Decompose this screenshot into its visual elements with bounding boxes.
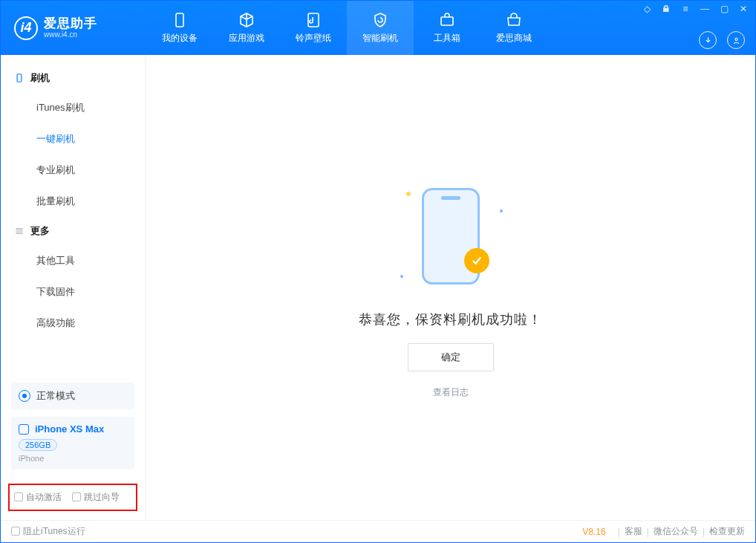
toolbox-icon: [438, 11, 456, 29]
sidebar-options: 自动激活 跳过向导: [1, 477, 145, 520]
confirm-button[interactable]: 确定: [408, 343, 494, 371]
phone-icon: [19, 424, 29, 435]
success-panel: 恭喜您，保资料刷机成功啦！ 确定 查看日志: [359, 177, 542, 399]
device-type: iPhone: [19, 454, 127, 463]
sidebar-item-pro-flash[interactable]: 专业刷机: [1, 155, 145, 186]
device-capacity: 256GB: [19, 439, 57, 451]
window-controls: ◇ 🔒︎ ≡ — ▢ ✕: [641, 4, 749, 14]
nav-store[interactable]: 爱思商城: [480, 1, 547, 55]
footer-link-support[interactable]: 客服: [625, 525, 642, 538]
sidebar-item-advanced[interactable]: 高级功能: [1, 308, 145, 339]
nav-ringtones[interactable]: 铃声壁纸: [280, 1, 347, 55]
close-button[interactable]: ✕: [737, 4, 749, 14]
lock-icon[interactable]: 🔒︎: [660, 4, 672, 14]
minimize-button[interactable]: —: [699, 4, 711, 14]
highlighted-options: 自动激活 跳过向导: [8, 484, 137, 511]
sidebar-group-flash: 刷机: [1, 64, 145, 92]
sidebar-item-batch-flash[interactable]: 批量刷机: [1, 186, 145, 217]
version-label: V8.16: [582, 527, 605, 537]
nav-flash[interactable]: 智能刷机: [347, 1, 414, 55]
maximize-button[interactable]: ▢: [718, 4, 730, 14]
user-button[interactable]: [727, 31, 745, 49]
tshirt-icon[interactable]: ◇: [641, 4, 653, 14]
svg-rect-4: [17, 74, 22, 82]
titlebar: i4 爱思助手 www.i4.cn 我的设备 应用游戏 铃声壁纸 智能刷机: [1, 1, 755, 55]
menu-icon[interactable]: ≡: [680, 4, 691, 14]
device-name: iPhone XS Max: [35, 423, 104, 435]
device-card[interactable]: iPhone XS Max 256GB iPhone: [11, 417, 134, 469]
sidebar-item-oneclick-flash[interactable]: 一键刷机: [1, 123, 145, 155]
logo-icon: i4: [14, 16, 38, 40]
shield-refresh-icon: [371, 11, 389, 29]
sidebar-item-other-tools[interactable]: 其他工具: [1, 245, 145, 276]
svg-rect-0: [176, 13, 183, 27]
cube-icon: [238, 11, 255, 29]
download-button[interactable]: [699, 31, 717, 49]
sparkle-icon: [500, 209, 503, 212]
app-window: i4 爱思助手 www.i4.cn 我的设备 应用游戏 铃声壁纸 智能刷机: [0, 0, 756, 543]
footer-link-wechat[interactable]: 微信公众号: [654, 525, 698, 538]
logo: i4 爱思助手 www.i4.cn: [1, 1, 146, 55]
success-message: 恭喜您，保资料刷机成功啦！: [359, 310, 542, 328]
sidebar-group-more: 更多: [1, 217, 145, 245]
nav-toolbox[interactable]: 工具箱: [414, 1, 480, 55]
device-panel: 正常模式 iPhone XS Max 256GB iPhone: [1, 375, 145, 477]
sparkle-icon: [406, 192, 411, 196]
footer-link-update[interactable]: 检查更新: [709, 525, 745, 538]
device-icon: [171, 11, 189, 29]
main-content: 恭喜您，保资料刷机成功啦！ 确定 查看日志: [146, 55, 755, 520]
checkmark-badge-icon: [464, 248, 489, 273]
device-outline-icon: [14, 73, 25, 83]
nav-my-device[interactable]: 我的设备: [146, 1, 213, 55]
sidebar: 刷机 iTunes刷机 一键刷机 专业刷机 批量刷机 更多 其他工具 下载固件 …: [1, 55, 146, 520]
nav-apps[interactable]: 应用游戏: [213, 1, 280, 55]
checkbox-block-itunes[interactable]: 阻止iTunes运行: [11, 525, 85, 538]
checkbox-auto-activate[interactable]: 自动激活: [14, 491, 62, 504]
device-mode[interactable]: 正常模式: [11, 383, 134, 409]
svg-rect-2: [441, 17, 453, 25]
sparkle-icon: [400, 275, 403, 278]
body: 刷机 iTunes刷机 一键刷机 专业刷机 批量刷机 更多 其他工具 下载固件 …: [1, 55, 755, 520]
app-name: 爱思助手: [44, 17, 97, 31]
sidebar-item-itunes-flash[interactable]: iTunes刷机: [1, 92, 145, 123]
mode-indicator-icon: [19, 390, 30, 402]
list-icon: [14, 226, 25, 236]
music-file-icon: [304, 11, 322, 29]
sidebar-item-download-firmware[interactable]: 下载固件: [1, 276, 145, 308]
store-icon: [505, 11, 523, 29]
svg-point-3: [734, 38, 737, 40]
titlebar-actions: [699, 31, 745, 49]
checkbox-skip-guide[interactable]: 跳过向导: [72, 491, 120, 504]
statusbar: 阻止iTunes运行 V8.16 | 客服 | 微信公众号 | 检查更新: [1, 520, 755, 542]
success-illustration: [391, 177, 510, 296]
view-log-link[interactable]: 查看日志: [433, 386, 469, 399]
app-url: www.i4.cn: [44, 30, 97, 39]
